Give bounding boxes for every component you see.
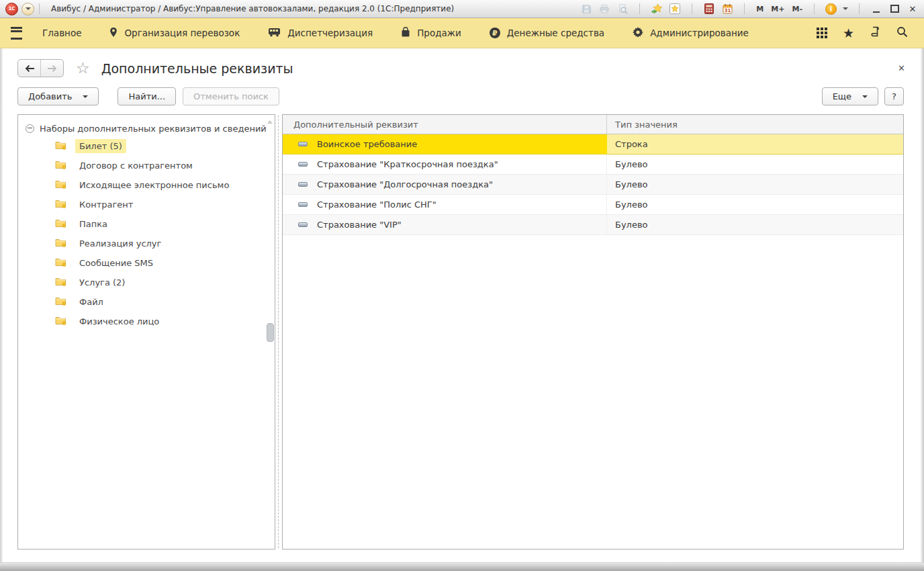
system-menu-button[interactable] [21, 3, 34, 15]
tree-item-fail[interactable]: Файл [18, 292, 275, 312]
chevron-down-icon [862, 95, 868, 98]
section-label: Главное [42, 28, 81, 38]
section-main[interactable]: Главное [42, 28, 81, 38]
section-administration[interactable]: Администрирование [633, 27, 749, 40]
collapse-icon[interactable] [26, 124, 34, 133]
find-button[interactable]: Найти... [118, 87, 176, 105]
attribute-icon [298, 202, 308, 207]
status-bar [0, 562, 924, 571]
close-form-button[interactable]: ✕ [895, 63, 908, 73]
tree-item-fizlico[interactable]: Физическое лицо [18, 312, 275, 331]
favorites-icon[interactable] [669, 3, 681, 15]
print-icon[interactable] [598, 3, 610, 15]
minimize-button[interactable] [870, 3, 882, 15]
info-icon[interactable]: i [825, 3, 837, 15]
more-button-label: Еще [833, 91, 851, 101]
memory-button[interactable]: M [755, 5, 764, 13]
table-row[interactable]: Воинское требование Строка [283, 134, 903, 155]
os-titlebar: 1С Авибус / Администратор / Авибус:Управ… [0, 0, 924, 18]
attribute-type: Строка [615, 139, 648, 149]
memory-plus-button[interactable]: M+ [770, 5, 785, 13]
print-preview-icon[interactable] [616, 3, 629, 15]
tree-item-realizaciya[interactable]: Реализация услуг [18, 234, 275, 253]
panel-tools: ★ [817, 26, 913, 40]
tree-item-dogovor[interactable]: Договор с контрагентом [18, 156, 275, 175]
favorites-star-icon[interactable]: ★ [843, 27, 854, 40]
attribute-type: Булево [615, 200, 648, 210]
folder-icon [55, 296, 66, 308]
save-icon[interactable] [580, 3, 592, 15]
window-frame-right [921, 48, 924, 563]
section-sales[interactable]: Продажи [401, 27, 461, 40]
tree-item-papka[interactable]: Папка [18, 214, 275, 234]
back-button[interactable] [18, 60, 40, 77]
folder-icon [55, 238, 66, 249]
attribute-name: Страхование "Долгосрочная поездка" [317, 179, 493, 189]
forward-button[interactable] [40, 60, 63, 77]
attribute-name: Страхование "Полис СНГ" [317, 200, 436, 210]
table-row[interactable]: Страхование "Полис СНГ" Булево [283, 195, 903, 215]
tree-item-bilet[interactable]: Билет (5) [18, 136, 275, 156]
svg-text:31: 31 [724, 8, 731, 13]
cancel-search-button[interactable]: Отменить поиск [183, 87, 279, 105]
scroll-up-icon[interactable] [267, 120, 273, 124]
panel-splitter[interactable] [275, 114, 282, 550]
section-dispatching[interactable]: Диспетчеризация [268, 28, 373, 39]
tree-item-usluga[interactable]: Услуга (2) [18, 273, 275, 292]
calculator-icon[interactable] [703, 3, 715, 15]
page-title: Дополнительные реквизиты [101, 61, 293, 76]
attribute-name: Страхование "VIP" [317, 220, 402, 230]
memory-minus-button[interactable]: M- [791, 5, 803, 13]
titlebar-actions: 31 M M+ M- i ✕ [580, 3, 919, 15]
cancel-search-label: Отменить поиск [193, 91, 269, 101]
divider [814, 3, 815, 14]
chevron-down-icon[interactable] [843, 7, 848, 10]
command-bar-right: Еще ? [822, 87, 904, 105]
table-row[interactable]: Страхование "Краткосрочная поездка" Буле… [283, 155, 903, 175]
column-header-attribute[interactable]: Дополнительный реквизит [283, 115, 607, 134]
close-window-button[interactable]: ✕ [907, 3, 919, 15]
section-transport-organization[interactable]: Организация перевозок [109, 27, 240, 40]
tree-root-label: Наборы дополнительных реквизитов и сведе… [40, 124, 267, 134]
calendar-icon[interactable]: 31 [721, 3, 733, 15]
history-icon[interactable] [870, 26, 881, 40]
section-label: Диспетчеризация [287, 28, 373, 38]
form-body: Наборы дополнительных реквизитов и сведе… [0, 114, 924, 550]
tree-item-soobshchenie-sms[interactable]: Сообщение SMS [18, 253, 275, 273]
more-button[interactable]: Еще [822, 87, 878, 105]
add-button-label: Добавить [28, 91, 72, 101]
tree-root-node[interactable]: Наборы дополнительных реквизитов и сведе… [18, 115, 275, 136]
chevron-down-icon [26, 7, 31, 10]
tree-item-label: Физическое лицо [75, 314, 163, 328]
section-money[interactable]: ₽ Денежные средства [490, 28, 604, 38]
all-functions-grid-icon[interactable] [817, 28, 827, 38]
table-row[interactable]: Страхование "Долгосрочная поездка" Булев… [283, 175, 903, 195]
maximize-button[interactable] [888, 3, 900, 15]
folder-icon [55, 316, 66, 327]
ruble-icon: ₽ [490, 28, 500, 38]
help-button[interactable]: ? [884, 87, 904, 105]
scrollbar-thumb[interactable] [267, 323, 274, 342]
attributes-table-panel: Дополнительный реквизит Тип значения Вои… [282, 114, 904, 550]
main-menu-icon[interactable] [11, 27, 22, 40]
divider [859, 3, 860, 14]
tree-item-ishodyashchee[interactable]: Исходящее электронное письмо [18, 175, 275, 195]
favorite-page-star-icon[interactable]: ☆ [76, 60, 90, 76]
attribute-icon [298, 162, 308, 167]
add-favorite-icon[interactable] [651, 3, 663, 15]
attribute-type: Булево [615, 179, 648, 189]
tree-item-label: Файл [75, 295, 107, 309]
window-title: Авибус / Администратор / Авибус:Управлен… [51, 4, 454, 13]
gear-icon [633, 27, 643, 40]
add-button[interactable]: Добавить [17, 87, 99, 105]
table-row[interactable]: Страхование "VIP" Булево [283, 215, 903, 235]
column-header-type[interactable]: Тип значения [607, 115, 903, 134]
tree-item-kontragent[interactable]: Контрагент [18, 195, 275, 214]
1c-logo-icon[interactable]: 1С [5, 3, 18, 15]
tree-item-label: Сообщение SMS [75, 256, 157, 270]
shopping-bag-icon [401, 27, 410, 40]
tree-item-label: Билет (5) [75, 139, 126, 153]
tree-item-label: Реализация услуг [75, 236, 165, 251]
tree-scrollbar[interactable] [266, 116, 274, 547]
search-icon[interactable] [896, 26, 908, 40]
